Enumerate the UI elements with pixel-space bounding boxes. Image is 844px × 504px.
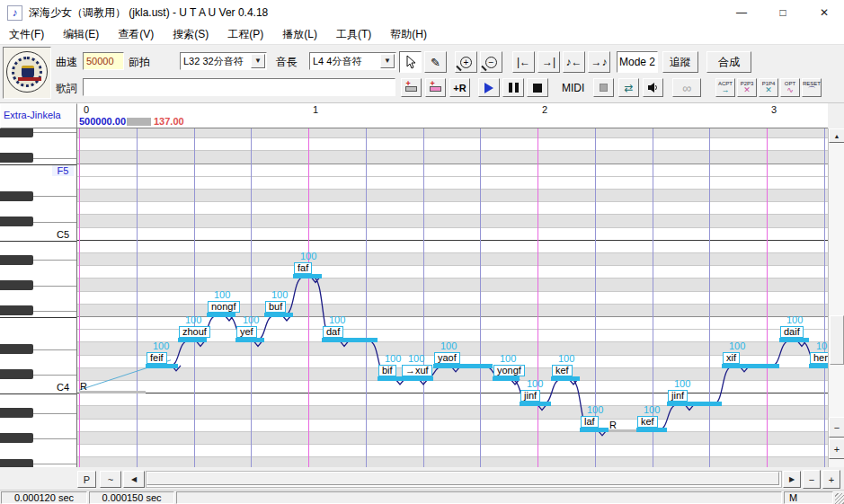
note-bar-feif[interactable] [146, 364, 178, 368]
note-faf[interactable]: faf [294, 262, 312, 274]
menu-item-5[interactable]: 播放(L) [282, 27, 317, 42]
select-tool-button[interactable] [399, 51, 422, 73]
insert-rest-button[interactable]: + [401, 78, 422, 97]
note-bar-jinf[interactable] [520, 402, 551, 406]
piano-key-D#4[interactable] [0, 344, 33, 354]
midi-thru-button[interactable]: ⇄ [618, 78, 639, 97]
note-→xuf[interactable]: →xuf [402, 365, 432, 376]
go-end-button[interactable]: →| [537, 51, 560, 73]
horizontal-zoom-in-button[interactable]: + [822, 470, 840, 489]
vertical-scroll-thumb[interactable] [830, 315, 844, 365]
piano-key-G#4[interactable] [0, 280, 33, 290]
fold-button[interactable]: ~ [100, 471, 121, 488]
note-bar-nongf[interactable] [207, 313, 235, 317]
vertical-zoom-in-button[interactable]: + [829, 438, 844, 459]
mode-indicator[interactable]: Mode 2 [617, 51, 658, 73]
note-bar-kef[interactable] [636, 428, 667, 432]
timeline-ruler[interactable]: 0123 500000.00 137.00 [77, 103, 828, 128]
piano-key-C#4[interactable] [0, 369, 33, 379]
chevron-down-icon[interactable]: ▼ [251, 54, 265, 68]
piano-keyboard[interactable]: F5C5C4 [0, 128, 77, 470]
pencil-tool-button[interactable]: ✎ [424, 51, 447, 73]
note-bar-daif[interactable] [779, 338, 809, 342]
piano-roll-grid[interactable]: Rfeif100zhouf100nongf100yef100buf100faf1… [77, 128, 828, 467]
piano-key-A#3[interactable] [0, 408, 33, 418]
piano-key-D#5[interactable] [0, 191, 33, 201]
piano-key-A#4[interactable] [0, 255, 33, 265]
note-bar-xif[interactable] [722, 364, 779, 368]
rest-note-bar[interactable] [79, 391, 146, 393]
menu-item-0[interactable]: 文件(F) [9, 27, 44, 42]
insert-r-button[interactable]: +R [449, 78, 470, 97]
menu-item-7[interactable]: 帮助(H) [390, 27, 427, 42]
menu-item-3[interactable]: 搜索(S) [173, 27, 209, 42]
tempo-input[interactable] [83, 52, 124, 70]
synthesize-button[interactable]: 合成 [706, 51, 751, 73]
note-bar-laf[interactable] [580, 428, 609, 432]
zoom-out-button[interactable]: − [480, 51, 502, 73]
note-bar-yaof[interactable] [433, 364, 493, 368]
trace-button[interactable]: 追蹤 [662, 51, 698, 73]
note-bar-hen[interactable] [809, 364, 828, 368]
next-note-button[interactable]: →♪ [588, 51, 610, 73]
note-jinf[interactable]: jinf [668, 390, 688, 402]
piano-key-F#5[interactable] [0, 153, 33, 163]
record-button[interactable] [593, 78, 614, 97]
headphones-button[interactable]: ∞ [672, 78, 701, 97]
horizontal-zoom-out-button[interactable]: − [803, 470, 821, 489]
prev-note-button[interactable]: ♪← [563, 51, 585, 73]
note-length-dropdown[interactable]: L4 4分音符 ▼ [309, 52, 396, 70]
scroll-right-button[interactable]: ▶ [783, 471, 801, 488]
note-bar-faf[interactable] [293, 274, 322, 279]
vertical-scrollbar[interactable]: ▲ − + [828, 128, 844, 467]
note-bar-bif[interactable] [378, 376, 401, 381]
note-laf[interactable]: laf [581, 416, 599, 428]
horizontal-scroll-trough[interactable] [146, 471, 782, 488]
pitch-tool-opt-button[interactable]: OPT∿ [780, 78, 800, 97]
note-bar-buf[interactable] [264, 313, 293, 317]
note-daif[interactable]: daif [780, 326, 804, 338]
stop-button[interactable] [527, 78, 548, 97]
chevron-down-icon[interactable]: ▼ [380, 54, 395, 68]
track-selector[interactable]: Extra-Jinkela [0, 103, 77, 128]
note-bar-zhouf[interactable] [178, 338, 207, 342]
note-xif[interactable]: xif [723, 352, 740, 364]
minimize-button[interactable]: — [728, 4, 755, 22]
note-nongf[interactable]: nongf [208, 301, 240, 313]
note-kef[interactable]: kef [637, 416, 658, 428]
piano-key-C#5[interactable] [0, 217, 33, 226]
note-feif[interactable]: feif [147, 352, 167, 364]
pitch-tool-reset-button[interactable]: RESET⌒ [802, 78, 822, 97]
insert-note-button[interactable]: + [425, 78, 446, 97]
go-start-button[interactable]: |← [512, 51, 535, 73]
resize-grip[interactable] [835, 493, 844, 504]
menu-item-4[interactable]: 工程(P) [227, 27, 263, 42]
note-kef[interactable]: kef [552, 365, 573, 376]
note-bar-→xuf[interactable] [401, 376, 433, 381]
note-daf[interactable]: daf [323, 326, 343, 338]
pitch-tool-p2p3-button[interactable]: P2P3✕ [737, 78, 757, 97]
note-hen[interactable]: hen [810, 352, 828, 364]
pause-button[interactable] [502, 78, 524, 97]
note-bar-daf[interactable] [322, 338, 378, 342]
piano-key-G#3[interactable] [0, 433, 33, 443]
note-yef[interactable]: yef [236, 326, 257, 338]
note-zhouf[interactable]: zhouf [179, 326, 210, 338]
note-bar-kef[interactable] [551, 376, 580, 381]
note-bar-jinf[interactable] [667, 402, 722, 406]
speaker-button[interactable] [643, 78, 663, 97]
note-grid-dropdown[interactable]: L32 32分音符 ▼ [180, 52, 267, 70]
menu-item-1[interactable]: 编辑(E) [63, 27, 99, 42]
menu-item-2[interactable]: 查看(V) [118, 27, 154, 42]
play-button[interactable] [478, 78, 500, 97]
note-buf[interactable]: buf [265, 301, 286, 313]
pitch-tool-p1p4-button[interactable]: P1P4✕ [759, 78, 778, 97]
menu-item-6[interactable]: 工具(T) [336, 27, 371, 42]
note-yaof[interactable]: yaof [434, 352, 460, 364]
pitch-mode-button[interactable]: P [77, 471, 96, 488]
voicebank-logo[interactable] [3, 47, 51, 99]
piano-key-F#4[interactable] [0, 305, 33, 315]
note-jinf[interactable]: jinf [520, 390, 540, 402]
vertical-zoom-out-button[interactable]: − [829, 417, 844, 438]
note-bar-yongf[interactable] [493, 376, 520, 381]
